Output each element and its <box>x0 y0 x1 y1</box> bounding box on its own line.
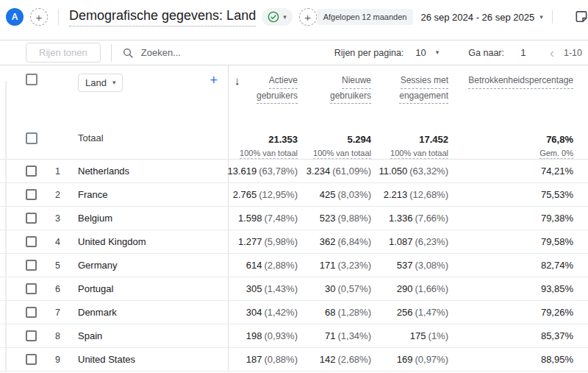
row-checkbox[interactable] <box>26 354 37 365</box>
cell-engaged-sessions: 2.213(12,68%) <box>371 189 448 200</box>
table-row[interactable]: 3 Belgium 1.598(7,48%) 523(9,88%) 1.336(… <box>0 207 588 230</box>
go-to-label: Ga naar: <box>468 48 504 58</box>
total-engagement-rate: 76,8% Gem. 0% <box>448 126 573 159</box>
dimension-label: Land <box>85 77 107 88</box>
check-circle-icon <box>268 11 279 23</box>
cell-active-users: 13.619(63,78%) <box>228 160 298 182</box>
cell-engagement-rate: 79,26% <box>448 307 573 318</box>
row-checkbox[interactable] <box>26 236 37 247</box>
cell-engagement-rate: 79,58% <box>448 236 573 247</box>
row-country: Denmark <box>78 307 228 318</box>
table-row[interactable]: 4 United Kingdom 1.277(5,98%) 362(6,84%)… <box>0 230 588 254</box>
total-new-users: 5.294 100% van totaal <box>298 126 371 159</box>
cell-new-users: 425(8,03%) <box>298 189 371 200</box>
caret-down-icon: ▾ <box>539 14 543 21</box>
row-index: 1 <box>49 166 78 177</box>
row-country: Germany <box>78 260 228 271</box>
cell-engaged-sessions: 11.050(63,32%) <box>371 166 448 177</box>
row-checkbox[interactable] <box>26 283 37 294</box>
row-checkbox[interactable] <box>26 189 37 200</box>
cell-active-users: 304(1,42%) <box>228 301 298 324</box>
cell-engagement-rate: 93,85% <box>448 283 573 294</box>
cell-new-users: 3.234(61,09%) <box>298 166 371 177</box>
table-row[interactable]: 5 Germany 614(2,88%) 171(3,23%) 537(3,08… <box>0 254 588 277</box>
dimension-selector[interactable]: Land ▾ <box>78 74 123 92</box>
caret-down-icon: ▾ <box>112 79 116 86</box>
cell-active-users: 1.277(5,98%) <box>228 230 298 253</box>
cell-new-users: 30(0,57%) <box>298 283 371 294</box>
page-title[interactable]: Demografische gegevens: Land <box>69 8 256 26</box>
chevron-left-icon[interactable]: ‹ <box>550 46 554 60</box>
table-body: 1 Netherlands 13.619(63,78%) 3.234(61,09… <box>0 160 588 372</box>
add-comparison-button[interactable]: + <box>299 8 317 26</box>
search-box <box>122 47 273 59</box>
row-checkbox[interactable] <box>26 166 37 177</box>
caret-down-icon[interactable]: ▾ <box>436 49 440 56</box>
table-row[interactable]: 8 Spain 198(0,93%) 71(1,34%) 175(1%) 85,… <box>0 324 588 348</box>
header-divider <box>58 9 59 25</box>
header-divider <box>552 10 553 24</box>
report-table-card: Rijen tonen Rijen per pagina: 10 ▾ Ga na… <box>0 40 588 372</box>
search-input[interactable] <box>141 47 273 58</box>
row-checkbox[interactable] <box>26 213 37 224</box>
cell-engaged-sessions: 537(3,08%) <box>371 260 448 271</box>
rows-per-page-select[interactable]: 10 <box>415 47 426 58</box>
table-row[interactable]: 6 Portugal 305(1,43%) 30(0,57%) 290(1,66… <box>0 277 588 301</box>
row-index: 5 <box>49 260 78 271</box>
add-column-button[interactable]: + <box>209 74 218 87</box>
row-country: Portugal <box>78 283 228 294</box>
date-preset-chip[interactable]: Afgelopen 12 maanden <box>317 9 414 25</box>
rows-per-page-label: Rijen per pagina: <box>334 48 404 58</box>
table-row[interactable]: 9 United States 187(0,88%) 142(2,68%) 16… <box>0 348 588 372</box>
totals-row: Totaal 21.353 100% van totaal 5.294 100%… <box>0 126 588 160</box>
row-index: 3 <box>49 213 78 224</box>
cell-active-users: 198(0,93%) <box>228 324 298 347</box>
cell-active-users: 187(0,88%) <box>228 348 298 371</box>
totals-checkbox[interactable] <box>26 132 37 144</box>
cell-active-users: 1.598(7,48%) <box>228 207 298 230</box>
add-report-button[interactable]: + <box>30 8 48 26</box>
cell-engagement-rate: 79,38% <box>448 213 573 224</box>
column-header-active-users: ↓ Actieve gebruikers <box>228 65 298 126</box>
sort-descending-icon[interactable]: ↓ <box>234 72 240 89</box>
row-checkbox[interactable] <box>26 260 37 271</box>
row-country: Netherlands <box>78 166 228 177</box>
totals-label: Totaal <box>78 126 228 159</box>
cell-new-users: 362(6,84%) <box>298 236 371 247</box>
cell-engaged-sessions: 175(1%) <box>371 330 448 341</box>
cell-engaged-sessions: 169(0,97%) <box>371 354 448 365</box>
search-icon <box>122 47 134 59</box>
select-all-checkbox[interactable] <box>26 74 37 85</box>
row-country: Belgium <box>78 213 228 224</box>
pagination-controls: Rijen per pagina: 10 ▾ Ga naar: ‹ 1-10 <box>334 46 588 60</box>
table-row[interactable]: 1 Netherlands 13.619(63,78%) 3.234(61,09… <box>0 160 588 183</box>
cell-new-users: 523(9,88%) <box>298 213 371 224</box>
row-checkbox[interactable] <box>26 330 37 341</box>
go-to-page-input[interactable] <box>513 47 534 58</box>
row-index: 2 <box>49 190 78 200</box>
toolbar-divider <box>111 44 112 62</box>
row-country: France <box>78 189 228 200</box>
cell-new-users: 142(2,68%) <box>298 354 371 365</box>
app-window: A + Demografische gegevens: Land ▾ + Afg… <box>0 0 588 372</box>
saved-status-pill[interactable]: ▾ <box>262 8 293 26</box>
row-country: Spain <box>78 330 228 341</box>
column-header-engaged-sessions: Sessies met engagement <box>371 65 448 126</box>
cell-engaged-sessions: 256(1,47%) <box>371 307 448 318</box>
cell-new-users: 68(1,28%) <box>298 307 371 318</box>
total-engaged-sessions: 17.452 100% van totaal <box>371 126 448 159</box>
row-index: 4 <box>49 237 78 247</box>
table-row[interactable]: 7 Denmark 304(1,42%) 68(1,28%) 256(1,47%… <box>0 301 588 324</box>
cell-engagement-rate: 85,37% <box>448 330 573 341</box>
caret-down-icon: ▾ <box>283 14 287 21</box>
analytics-logo: A <box>6 8 24 26</box>
cell-engagement-rate: 75,53% <box>448 189 573 200</box>
row-index: 6 <box>49 284 78 294</box>
notes-icon[interactable] <box>574 10 588 24</box>
show-rows-button[interactable]: Rijen tonen <box>26 43 101 63</box>
total-active-users: 21.353 100% van totaal <box>228 126 298 159</box>
table-row[interactable]: 2 France 2.765(12,95%) 425(8,03%) 2.213(… <box>0 183 588 207</box>
cell-active-users: 2.765(12,95%) <box>228 183 298 206</box>
date-range-selector[interactable]: 26 sep 2024 - 26 sep 2025 ▾ <box>420 12 542 23</box>
row-checkbox[interactable] <box>26 307 37 318</box>
